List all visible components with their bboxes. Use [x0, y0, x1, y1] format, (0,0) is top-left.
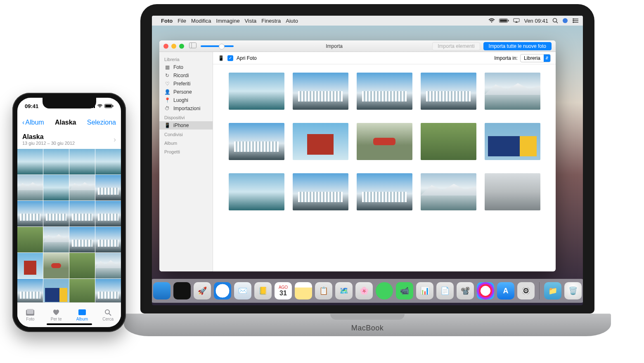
dock-app-calendar[interactable]: AGO31 — [275, 282, 292, 299]
thumbnail-zoom-slider[interactable] — [201, 45, 234, 47]
import-thumbnail[interactable] — [229, 123, 284, 160]
dock-app-maps[interactable]: 🗺️ — [335, 282, 353, 299]
import-thumbnail[interactable] — [421, 123, 476, 160]
dock-app-siri[interactable] — [173, 282, 191, 299]
sidebar-item-imports[interactable]: ⏱Importazioni — [159, 104, 213, 113]
menubar-clock[interactable]: Ven 09:41 — [524, 18, 548, 24]
import-thumbnail[interactable] — [293, 123, 348, 160]
album-photo[interactable] — [43, 149, 69, 174]
album-photo[interactable] — [69, 227, 95, 252]
album-photo[interactable] — [95, 149, 121, 174]
sidebar-item-favorites[interactable]: ♡Preferiti — [159, 80, 213, 88]
dock-app-messages[interactable] — [376, 282, 393, 299]
import-thumbnail[interactable] — [421, 173, 476, 210]
dock-app-mail[interactable]: ✉️ — [234, 282, 251, 299]
album-photo[interactable] — [17, 149, 43, 174]
import-thumbnail[interactable] — [357, 173, 412, 210]
dock-app-itunes[interactable] — [477, 282, 494, 299]
album-photo[interactable] — [17, 227, 43, 252]
album-header[interactable]: Alaska 13 giu 2012 – 30 giu 2012 › — [17, 131, 121, 149]
album-photo[interactable] — [69, 149, 95, 174]
album-photo[interactable] — [95, 253, 121, 278]
wifi-icon[interactable] — [488, 18, 495, 23]
album-photo[interactable] — [17, 175, 43, 200]
airplay-icon[interactable] — [513, 18, 520, 23]
menubar-item-help[interactable]: Aiuto — [286, 18, 298, 24]
album-photo[interactable] — [17, 201, 43, 226]
import-thumbnail[interactable] — [485, 123, 540, 160]
menubar-item-file[interactable]: File — [178, 18, 186, 24]
sidebar-item-places[interactable]: 📍Luoghi — [159, 96, 213, 104]
import-thumbnail[interactable] — [293, 173, 348, 210]
dock-app-notes[interactable] — [295, 282, 312, 299]
menubar-app-name[interactable]: Foto — [161, 18, 173, 24]
tab-search[interactable]: Cerca — [95, 303, 121, 327]
album-photo[interactable] — [69, 175, 95, 200]
import-thumbnail[interactable] — [421, 73, 476, 110]
menubar-item-view[interactable]: Vista — [245, 18, 257, 24]
dock-app-reminders[interactable]: 📋 — [315, 282, 332, 299]
dock-app-facetime[interactable]: 📹 — [396, 282, 413, 299]
album-photo[interactable] — [95, 201, 121, 226]
menubar-item-image[interactable]: Immagine — [216, 18, 240, 24]
import-destination-select[interactable]: Libreria ⇵ — [520, 54, 551, 62]
dock-app-appstore[interactable]: A — [497, 282, 514, 299]
import-all-button[interactable]: Importa tutte le nuove foto — [483, 42, 552, 50]
import-thumbnail[interactable] — [229, 73, 284, 110]
import-thumbnail[interactable] — [229, 173, 284, 210]
album-photo[interactable] — [95, 279, 121, 304]
import-thumbnail[interactable] — [357, 73, 412, 110]
battery-icon[interactable] — [499, 18, 509, 23]
album-photo[interactable] — [43, 227, 69, 252]
sidebar-section-albums[interactable]: Album — [159, 138, 213, 147]
album-photo[interactable] — [69, 201, 95, 226]
dock-app-pages[interactable]: 📄 — [436, 282, 454, 299]
dock-trash[interactable]: 🗑️ — [564, 282, 582, 299]
dock-app-numbers[interactable]: 📊 — [416, 282, 433, 299]
import-thumbnail[interactable] — [485, 73, 540, 110]
sidebar-section-shared[interactable]: Condivisi — [159, 130, 213, 138]
open-photos-checkbox[interactable]: ✓ — [227, 55, 233, 61]
spotlight-icon[interactable] — [552, 18, 558, 24]
window-close[interactable] — [163, 44, 168, 49]
dock-folder-downloads[interactable]: 📁 — [544, 282, 561, 299]
dock-app-contacts[interactable]: 📒 — [254, 282, 272, 299]
window-minimize[interactable] — [171, 44, 176, 49]
notification-center-icon[interactable] — [572, 18, 579, 23]
dock-app-finder[interactable] — [153, 282, 170, 299]
sidebar-item-photos[interactable]: ▦Foto — [159, 63, 213, 71]
sidebar-item-memories[interactable]: ↻Ricordi — [159, 71, 213, 80]
dock-app-safari[interactable] — [214, 282, 231, 299]
import-thumbnail[interactable] — [293, 73, 348, 110]
window-zoom[interactable] — [179, 44, 184, 49]
album-photo[interactable] — [17, 279, 43, 304]
sidebar-toggle-icon[interactable] — [189, 42, 197, 50]
import-thumbnail[interactable] — [485, 173, 540, 210]
tab-photos[interactable]: Foto — [17, 303, 43, 327]
sidebar-item-iphone[interactable]: 📱iPhone — [159, 121, 213, 130]
album-photo[interactable] — [95, 227, 121, 252]
menubar-item-window[interactable]: Finestra — [261, 18, 281, 24]
album-photo[interactable] — [69, 253, 95, 278]
nav-select-button[interactable]: Seleziona — [87, 119, 116, 126]
menubar-item-edit[interactable]: Modifica — [191, 18, 211, 24]
svg-line-5 — [556, 22, 558, 24]
siri-icon[interactable] — [562, 18, 568, 24]
album-photo[interactable] — [17, 253, 43, 278]
import-thumbnail[interactable] — [357, 123, 412, 160]
import-selected-button[interactable]: Importa elementi — [432, 42, 480, 50]
dock-app-launchpad[interactable]: 🚀 — [194, 282, 211, 299]
home-indicator[interactable] — [47, 323, 92, 325]
album-photo[interactable] — [43, 253, 69, 278]
dock-app-keynote[interactable]: 📽️ — [457, 282, 474, 299]
album-photo[interactable] — [43, 279, 69, 304]
album-photo[interactable] — [69, 279, 95, 304]
dock-app-photos[interactable]: 🌸 — [355, 282, 373, 299]
nav-back-button[interactable]: ‹Album — [22, 119, 44, 126]
dock-app-settings[interactable]: ⚙ — [517, 282, 535, 299]
album-photo[interactable] — [95, 175, 121, 200]
sidebar-item-people[interactable]: 👤Persone — [159, 88, 213, 96]
album-photo[interactable] — [43, 175, 69, 200]
album-photo[interactable] — [43, 201, 69, 226]
sidebar-section-projects[interactable]: Progetti — [159, 147, 213, 156]
